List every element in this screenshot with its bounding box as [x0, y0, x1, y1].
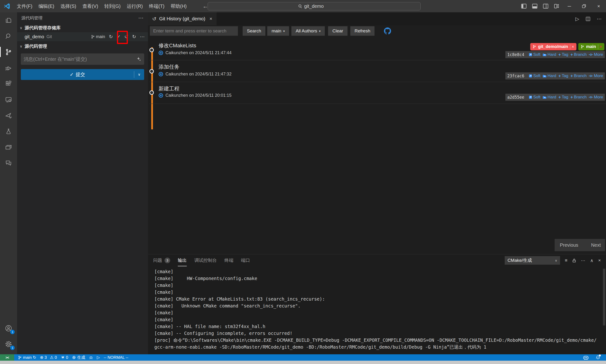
status-branch[interactable]: main ↻ — [18, 355, 36, 360]
menu-terminal[interactable]: 终端(T) — [146, 0, 168, 12]
status-ports[interactable]: 0 — [61, 355, 68, 360]
add-tag-link[interactable]: +Tag — [558, 52, 568, 57]
reset-hard-link[interactable]: Hard — [543, 52, 556, 57]
reset-soft-link[interactable]: Soft — [529, 74, 540, 78]
scm-section-header[interactable]: ∨ 源代码管理 — [17, 42, 148, 51]
maximize-panel-icon[interactable]: ∧ — [590, 258, 593, 263]
vim-mode-indicator[interactable]: -- NORMAL -- — [104, 355, 128, 360]
tab-ports[interactable]: 端口 — [241, 255, 250, 266]
status-cmake-build[interactable]: 生成 — [72, 355, 85, 360]
tab-output[interactable]: 输出 — [178, 255, 187, 266]
panel-scrollbar[interactable] — [603, 269, 605, 325]
menu-view[interactable]: 查看(V) — [79, 0, 101, 12]
commit-dropdown-icon[interactable]: ∨ — [134, 72, 144, 77]
restore-button[interactable] — [577, 0, 591, 12]
menu-run[interactable]: 运行(R) — [123, 0, 146, 12]
add-tag-link[interactable]: +Tag — [558, 95, 568, 100]
toggle-secondary-sidebar-icon[interactable] — [540, 0, 551, 12]
more-actions-link[interactable]: More — [589, 74, 603, 78]
status-debug[interactable] — [89, 355, 93, 360]
command-center-search[interactable] — [208, 2, 421, 10]
search-input[interactable] — [304, 3, 330, 9]
output-wordwrap-icon[interactable]: ≡ — [565, 258, 567, 263]
notifications-bell-icon[interactable] — [596, 355, 600, 360]
eide-tools-icon[interactable] — [0, 107, 17, 123]
add-tag-link[interactable]: +Tag — [558, 74, 568, 78]
local-branch-badge[interactable]: main × — [578, 43, 604, 50]
tab-debug-console[interactable]: 调试控制台 — [194, 255, 217, 266]
commit-button[interactable]: ✓ 提交 ∨ — [21, 69, 144, 80]
menu-file[interactable]: 文件(F) — [14, 0, 36, 12]
copilot-icon[interactable] — [583, 355, 589, 360]
add-branch-link[interactable]: +Branch — [570, 52, 587, 57]
branch-filter-button[interactable]: main▾ — [267, 26, 289, 36]
panel-more-icon[interactable]: ⋯ — [581, 258, 585, 263]
clear-button[interactable]: Clear — [328, 26, 347, 36]
containers-icon[interactable] — [0, 139, 17, 155]
tab-problems[interactable]: 问题 3 — [153, 255, 170, 266]
more-actions-link[interactable]: More — [589, 52, 603, 57]
settings-gear-icon[interactable]: 1 — [0, 336, 17, 352]
customize-layout-icon[interactable] — [551, 0, 562, 12]
search-view-icon[interactable] — [0, 28, 17, 44]
repository-row[interactable]: git_demo Git main ↻ ✓ ↺ ↻ ⋯ — [17, 32, 148, 41]
minimize-button[interactable]: ─ — [562, 0, 577, 12]
testing-icon[interactable] — [0, 123, 17, 139]
remove-badge-icon[interactable]: × — [598, 44, 602, 49]
github-icon[interactable] — [384, 27, 391, 35]
remote-explorer-icon[interactable] — [0, 91, 17, 107]
extensions-icon[interactable] — [0, 76, 17, 91]
sparkle-icon[interactable] — [136, 57, 141, 62]
lock-scroll-icon[interactable] — [572, 258, 576, 263]
commit-message-input[interactable] — [24, 56, 136, 62]
tab-git-history[interactable]: ↺ Git History (git_demo) × — [148, 12, 216, 25]
menu-go[interactable]: 转到(G) — [101, 0, 124, 12]
run-debug-icon[interactable] — [0, 60, 17, 76]
remote-branch-badge[interactable]: git_demo/main × — [530, 43, 576, 50]
commit-title[interactable]: 新建工程 — [159, 85, 179, 92]
remote-indicator[interactable]: >< — [0, 354, 14, 361]
add-branch-link[interactable]: +Branch — [570, 74, 587, 78]
author-filter-button[interactable]: All Authors▾ — [291, 26, 325, 36]
comments-icon[interactable] — [0, 155, 17, 171]
menu-help[interactable]: 帮助(H) — [168, 0, 190, 12]
menu-selection[interactable]: 选择(S) — [57, 0, 79, 12]
status-problems[interactable]: ⊗ 3 ⚠ 0 — [40, 355, 57, 360]
more-actions-link[interactable]: More — [589, 95, 603, 100]
accounts-icon[interactable]: 1 — [0, 320, 17, 336]
split-editor-icon[interactable] — [585, 16, 591, 22]
commit-title[interactable]: 修改CMakeLists — [159, 42, 196, 49]
editor-more-icon[interactable]: ⋯ — [597, 16, 602, 22]
menu-edit[interactable]: 编辑(E) — [36, 0, 57, 12]
explorer-icon[interactable] — [0, 12, 17, 28]
status-run[interactable]: ▷ — [97, 355, 100, 360]
reset-hard-link[interactable]: Hard — [543, 95, 556, 100]
refresh-icon[interactable]: ↻ — [132, 34, 136, 39]
sidebar-more-icon[interactable]: ⋯ — [138, 15, 144, 21]
output-channel-select[interactable]: CMake/生成 ∨ — [505, 256, 560, 265]
close-window-button[interactable]: × — [591, 0, 606, 12]
close-panel-icon[interactable]: × — [598, 258, 601, 263]
refresh-button[interactable]: Refresh — [350, 26, 375, 36]
remove-badge-icon[interactable]: × — [570, 44, 574, 49]
commit-title[interactable]: 添加任务 — [159, 63, 179, 70]
toggle-sidebar-icon[interactable] — [518, 0, 529, 12]
repo-more-icon[interactable]: ⋯ — [140, 34, 145, 39]
repositories-section-header[interactable]: ∨ 源代码管理存储库 — [17, 24, 148, 32]
previous-button[interactable]: Previous — [560, 242, 578, 248]
checkout-branch-button[interactable]: main — [91, 34, 105, 39]
next-button[interactable]: Next — [591, 242, 601, 248]
source-control-icon[interactable] — [0, 44, 17, 60]
history-search-input[interactable] — [150, 26, 238, 36]
add-branch-link[interactable]: +Branch — [570, 95, 587, 100]
search-button[interactable]: Search — [243, 26, 265, 36]
tab-terminal[interactable]: 终端 — [224, 255, 233, 266]
reset-soft-link[interactable]: Soft — [529, 95, 540, 100]
toggle-panel-icon[interactable] — [529, 0, 540, 12]
reset-soft-link[interactable]: Soft — [529, 52, 540, 57]
sync-changes-icon[interactable]: ↻ — [109, 34, 113, 39]
reset-hard-link[interactable]: Hard — [543, 74, 556, 78]
close-tab-icon[interactable]: × — [210, 16, 212, 22]
output-console[interactable]: [cmake] [cmake] HW-Components/config.cma… — [154, 268, 597, 352]
run-file-icon[interactable]: ▷ — [576, 16, 579, 22]
